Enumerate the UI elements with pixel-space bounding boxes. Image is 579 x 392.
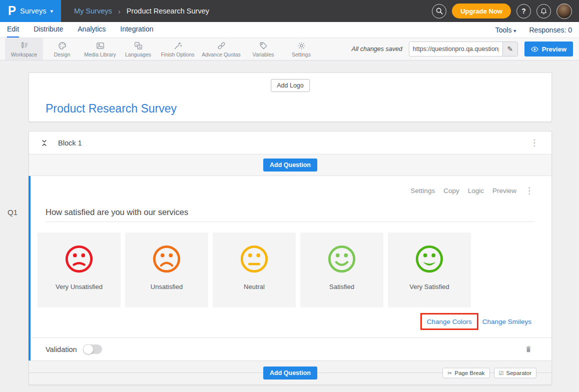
smiley-scale: Very Unsatisfied Unsatisfied: [38, 232, 551, 308]
tool-label: Finish Options: [161, 52, 194, 58]
question-logic-link[interactable]: Logic: [468, 187, 484, 194]
tool-variables[interactable]: Variables: [244, 38, 282, 60]
block-title[interactable]: Block 1: [58, 139, 82, 147]
tool-advance-quotas[interactable]: Advance Quotas: [198, 38, 244, 60]
question-kebab-menu-icon[interactable]: ⋮: [525, 186, 533, 195]
tool-finish-options[interactable]: Finish Options: [157, 38, 198, 60]
tool-label: Media Library: [84, 52, 116, 58]
page-break-button[interactable]: ✂ Page Break: [442, 368, 489, 378]
checkbox-icon: ☑: [499, 370, 504, 376]
bell-icon: [540, 8, 547, 15]
neutral-smiley-icon: [239, 244, 270, 274]
very-satisfied-smiley-icon: [414, 244, 445, 274]
user-avatar[interactable]: [556, 4, 572, 19]
tools-menu[interactable]: Tools ▾: [495, 26, 516, 34]
block-card: Block 1 ⋮ Add Question Settings Copy Log…: [29, 131, 552, 385]
change-colors-highlight-box: Change Colors: [420, 313, 478, 330]
question-settings-link[interactable]: Settings: [410, 187, 435, 194]
tool-design[interactable]: Design: [43, 38, 81, 60]
tool-label: Advance Quotas: [202, 52, 241, 58]
block-footer: Add Question ✂ Page Break ☑ Separator: [29, 360, 551, 384]
smiley-option-unsatisfied[interactable]: Unsatisfied: [125, 232, 208, 308]
save-status: All changes saved: [351, 46, 402, 52]
survey-url-input[interactable]: [409, 42, 502, 56]
validation-toggle[interactable]: [84, 344, 102, 354]
separator-button[interactable]: ☑ Separator: [494, 368, 536, 378]
question-copy-link[interactable]: Copy: [443, 187, 459, 194]
collapse-icon: [41, 139, 48, 147]
tool-media-library[interactable]: Media Library: [81, 38, 119, 60]
responses-count[interactable]: Responses: 0: [529, 26, 572, 34]
tab-integration[interactable]: Integration: [120, 25, 153, 38]
finish-options-icon: [173, 41, 183, 50]
tab-analytics[interactable]: Analytics: [78, 25, 106, 38]
smiley-option-satisfied[interactable]: Satisfied: [300, 232, 383, 308]
trash-icon: [524, 345, 532, 354]
languages-icon: xA: [134, 41, 143, 50]
svg-text:x: x: [136, 42, 137, 46]
unsatisfied-smiley-icon: [151, 244, 182, 274]
change-colors-link[interactable]: Change Colors: [427, 318, 472, 326]
block-kebab-menu-icon[interactable]: ⋮: [530, 138, 538, 147]
add-logo-button[interactable]: Add Logo: [271, 79, 310, 92]
breadcrumb: My Surveys › Product Research Survey: [74, 7, 209, 16]
smiley-option-very-satisfied[interactable]: Very Satisfied: [388, 232, 471, 308]
survey-title[interactable]: Product Research Survey: [46, 102, 177, 116]
search-button[interactable]: [432, 4, 446, 18]
tool-settings[interactable]: Settings: [282, 38, 320, 60]
settings-icon: [297, 41, 306, 50]
question-text[interactable]: How satisfied are you with our services: [46, 208, 535, 222]
preview-label: Preview: [542, 46, 566, 53]
topbar-actions: Upgrade Now ?: [432, 4, 579, 19]
tool-label: Settings: [292, 52, 311, 58]
smiley-option-neutral[interactable]: Neutral: [213, 232, 296, 308]
tool-label: Workspace: [11, 52, 37, 58]
app-logo-menu[interactable]: P Surveys ▾: [0, 0, 61, 22]
smiley-option-very-unsatisfied[interactable]: Very Unsatisfied: [38, 232, 121, 308]
eye-icon: [531, 46, 538, 52]
smiley-config-links: Change Colors Change Smileys: [31, 313, 531, 330]
question-card: Settings Copy Logic Preview ⋮ How satisf…: [29, 176, 551, 360]
scissors-icon: ✂: [447, 370, 452, 376]
help-button[interactable]: ?: [516, 4, 531, 18]
variables-icon: [259, 41, 268, 50]
collapse-block-button[interactable]: [41, 139, 48, 147]
question-actions: Settings Copy Logic Preview ⋮: [31, 176, 551, 195]
tool-languages[interactable]: xA Languages: [119, 38, 157, 60]
tool-label: Design: [54, 52, 71, 58]
editor-content: Q1 Add Logo Product Research Survey Bloc…: [0, 60, 579, 392]
page-break-label: Page Break: [455, 370, 485, 376]
question-preview-link[interactable]: Preview: [492, 187, 516, 194]
search-icon: [435, 7, 443, 15]
add-question-strip-top: Add Question: [29, 154, 551, 176]
smiley-label: Very Satisfied: [409, 283, 449, 290]
advance-quotas-icon: [217, 41, 226, 50]
preview-button[interactable]: Preview: [524, 42, 573, 56]
delete-question-button[interactable]: [524, 345, 532, 354]
upgrade-now-button[interactable]: Upgrade Now: [452, 4, 511, 18]
tab-distribute[interactable]: Distribute: [34, 25, 63, 38]
smiley-label: Neutral: [244, 283, 265, 290]
edit-url-button[interactable]: ✎: [502, 42, 517, 56]
breadcrumb-chevron-icon: ›: [118, 7, 121, 16]
breadcrumb-my-surveys[interactable]: My Surveys: [74, 7, 112, 15]
surveys-menu-label: Surveys: [20, 7, 46, 15]
validation-label: Validation: [46, 346, 77, 354]
validation-row: Validation: [31, 338, 551, 360]
change-smileys-link[interactable]: Change Smileys: [482, 318, 531, 326]
tab-edit[interactable]: Edit: [7, 25, 19, 38]
workspace-icon: [20, 41, 29, 50]
editor-toolbar: Workspace Design Media Library xA Langua…: [0, 38, 579, 60]
very-unsatisfied-smiley-icon: [64, 244, 95, 274]
separator-label: Separator: [506, 370, 531, 376]
notifications-button[interactable]: [536, 4, 551, 18]
smiley-label: Very Unsatisfied: [56, 283, 103, 290]
tool-label: Languages: [125, 52, 151, 58]
svg-text:A: A: [139, 45, 141, 48]
caret-down-icon: ▾: [513, 28, 516, 34]
add-question-button-bottom[interactable]: Add Question: [263, 366, 317, 380]
block-header: Block 1 ⋮: [29, 132, 551, 154]
tool-workspace[interactable]: Workspace: [5, 38, 43, 60]
add-question-button-top[interactable]: Add Question: [263, 158, 317, 172]
top-bar: P Surveys ▾ My Surveys › Product Researc…: [0, 0, 579, 22]
